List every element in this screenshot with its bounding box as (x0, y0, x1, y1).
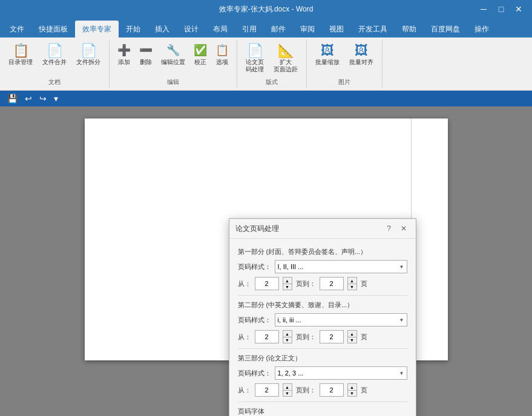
section1-from-up[interactable]: ▲ (283, 277, 292, 284)
pagetext-button[interactable]: 📄 论文页 码处理 (242, 42, 268, 75)
section1-from-input[interactable]: 2 (255, 277, 279, 290)
tab-layout[interactable]: 布局 (206, 21, 235, 37)
section2-from-down[interactable]: ▼ (283, 337, 292, 343)
section3-from-down[interactable]: ▼ (283, 390, 292, 397)
ribbon-tabs: 文件 快捷面板 效率专家 开始 插入 设计 布局 引用 邮件 审阅 视图 开发工… (0, 18, 532, 37)
merge-label: 文件合并 (42, 59, 67, 66)
tab-dev[interactable]: 开发工具 (351, 21, 395, 37)
split-button[interactable]: 📄 文件拆分 (73, 42, 104, 68)
section2-to-arrows: ▲ ▼ (347, 330, 357, 343)
section1-to-down[interactable]: ▼ (347, 284, 357, 290)
pagetext-label: 论文页 码处理 (246, 59, 264, 73)
section2-to-input[interactable]: 2 (320, 330, 344, 343)
tab-mail[interactable]: 邮件 (264, 21, 293, 37)
divider-3 (238, 401, 407, 402)
section1-page-suffix: 页 (361, 279, 367, 288)
section1-to-up[interactable]: ▲ (347, 277, 357, 284)
tab-design[interactable]: 设计 (177, 21, 206, 37)
section2-range-row: 从： 2 ▲ ▼ 页到： 2 ▲ (238, 330, 407, 343)
section1-from-down[interactable]: ▼ (283, 284, 292, 290)
section3-to-down[interactable]: ▼ (347, 390, 357, 397)
more-qa[interactable]: ▾ (51, 93, 61, 105)
tab-start[interactable]: 开始 (119, 21, 148, 37)
tab-view[interactable]: 视图 (322, 21, 351, 37)
toc-label: 目录管理 (8, 59, 33, 66)
batchzoom-label: 批量缩放 (315, 59, 340, 66)
section3-to-up[interactable]: ▲ (347, 383, 357, 390)
close-button[interactable]: ✕ (511, 3, 526, 15)
save-button-qa[interactable]: 💾 (5, 93, 20, 105)
section1-range-row: 从： 2 ▲ ▼ 页到： 2 ▲ (238, 277, 407, 290)
section3-range-row: 从： 2 ▲ ▼ 页到： 2 ▲ (238, 383, 407, 397)
section3-style-row: 页码样式： 1, 2, 3 ... ▼ (238, 366, 407, 380)
section1-style-select[interactable]: I, II, III ... ▼ (275, 260, 407, 273)
tab-file[interactable]: 文件 (2, 21, 31, 37)
section3-from-input[interactable]: 2 (255, 383, 279, 397)
minimize-button[interactable]: ─ (476, 3, 491, 15)
section2-from-input[interactable]: 2 (255, 330, 279, 343)
font-section-label: 页码字体 (238, 407, 407, 416)
group-label-format: 版式 (266, 78, 278, 86)
tab-baidu[interactable]: 百度网盘 (424, 21, 467, 37)
section2-from-label: 从： (238, 333, 251, 342)
content-area: 第页1 10 第页2 25 论文页码处理 ? ✕ (0, 106, 532, 416)
quick-access-toolbar: 💾 ↩ ↪ ▾ (0, 91, 532, 106)
title-text: 效率专家-张大妈.docx - Word (136, 4, 396, 15)
editpos-button[interactable]: 🔧 编辑位置 (158, 42, 188, 68)
tab-refs[interactable]: 引用 (235, 21, 264, 37)
tab-quickaccess[interactable]: 快捷面板 (31, 21, 75, 37)
batchzoom-button[interactable]: 🖼 批量缩放 (312, 42, 343, 68)
section3-style-select[interactable]: 1, 2, 3 ... ▼ (275, 366, 407, 380)
tab-review[interactable]: 审阅 (293, 21, 322, 37)
merge-button[interactable]: 📄 文件合并 (39, 42, 70, 68)
tab-help[interactable]: 帮助 (395, 21, 424, 37)
section3-label: 第三部分 (论文正文） (238, 354, 407, 363)
add-button[interactable]: ➕ 添加 (114, 42, 134, 68)
dialog-help-button[interactable]: ? (383, 223, 395, 235)
group-label-images: 图片 (338, 78, 350, 86)
delete-button[interactable]: ➖ 删除 (136, 42, 156, 68)
tab-ops[interactable]: 操作 (467, 21, 496, 37)
tab-insert[interactable]: 插入 (148, 21, 177, 37)
split-label: 文件拆分 (76, 59, 100, 66)
section3-from-up[interactable]: ▲ (283, 383, 292, 390)
section2-to-down[interactable]: ▼ (347, 337, 357, 343)
batchalign-icon: 🖼 (355, 44, 368, 57)
section2-from-up[interactable]: ▲ (283, 330, 292, 337)
section3-to-input[interactable]: 2 (320, 383, 344, 397)
split-icon: 📄 (80, 44, 97, 57)
section1-from-label: 从： (238, 279, 251, 288)
section1-label: 第一部分 (封面、答辩委员会签名、声明...） (238, 247, 407, 256)
section3-to-label: 页到： (296, 386, 316, 395)
group-label-editing: 编辑 (167, 78, 179, 86)
title-bar-controls: ─ □ ✕ (396, 3, 526, 15)
tab-expert[interactable]: 效率专家 (75, 21, 119, 37)
section2-style-select[interactable]: i, ii, iii ... ▼ (275, 313, 407, 327)
section2-from-arrows: ▲ ▼ (283, 330, 292, 343)
dialog-title-icons: ? ✕ (383, 223, 410, 235)
section2-style-value: i, ii, iii ... (278, 316, 301, 323)
dialog-close-button[interactable]: ✕ (398, 223, 410, 235)
section2-to-up[interactable]: ▲ (347, 330, 357, 337)
pageborder-button[interactable]: 📐 扩大 页面边距 (270, 42, 301, 75)
toc-button[interactable]: 📋 目录管理 (5, 42, 36, 68)
section3-from-arrows: ▲ ▼ (283, 383, 292, 397)
section1-to-arrows: ▲ ▼ (347, 277, 357, 290)
editpos-label: 编辑位置 (161, 58, 185, 67)
editpos-icon: 🔧 (166, 44, 180, 57)
proofread-button[interactable]: ✅ 校正 (191, 42, 210, 68)
section1-to-input[interactable]: 2 (320, 277, 344, 290)
pageborder-icon: 📐 (278, 44, 294, 57)
group-items-documents: 📋 目录管理 📄 文件合并 📄 文件拆分 (5, 42, 104, 68)
undo-button-qa[interactable]: ↩ (22, 93, 34, 105)
section2-style-arrow: ▼ (399, 317, 404, 323)
section2-style-row: 页码样式： i, ii, iii ... ▼ (238, 313, 407, 327)
add-label: 添加 (118, 58, 130, 67)
maximize-button[interactable]: □ (494, 3, 508, 15)
toc-icon: 📋 (13, 44, 29, 57)
batchalign-label: 批量对齐 (349, 59, 373, 66)
ribbon-group-format: 📄 论文页 码处理 📐 扩大 页面边距 版式 (237, 40, 307, 88)
batchalign-button[interactable]: 🖼 批量对齐 (346, 42, 377, 68)
redo-button-qa[interactable]: ↪ (37, 93, 49, 105)
options-button[interactable]: 📋 选项 (212, 42, 232, 68)
